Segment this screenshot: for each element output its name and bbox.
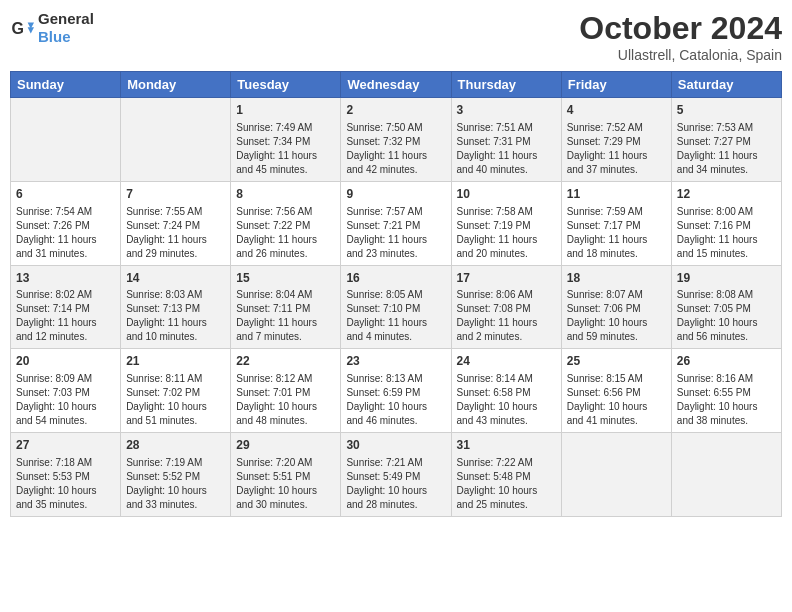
- day-number: 22: [236, 353, 335, 370]
- calendar-week-row: 1Sunrise: 7:49 AM Sunset: 7:34 PM Daylig…: [11, 98, 782, 182]
- day-of-week-header: Tuesday: [231, 72, 341, 98]
- month-title: October 2024: [579, 10, 782, 47]
- day-content: Sunrise: 7:56 AM Sunset: 7:22 PM Dayligh…: [236, 205, 335, 261]
- calendar-table: SundayMondayTuesdayWednesdayThursdayFrid…: [10, 71, 782, 517]
- day-number: 10: [457, 186, 556, 203]
- day-content: Sunrise: 8:13 AM Sunset: 6:59 PM Dayligh…: [346, 372, 445, 428]
- day-content: Sunrise: 7:54 AM Sunset: 7:26 PM Dayligh…: [16, 205, 115, 261]
- calendar-cell: [11, 98, 121, 182]
- day-of-week-header: Monday: [121, 72, 231, 98]
- calendar-cell: 13Sunrise: 8:02 AM Sunset: 7:14 PM Dayli…: [11, 265, 121, 349]
- calendar-cell: 29Sunrise: 7:20 AM Sunset: 5:51 PM Dayli…: [231, 433, 341, 517]
- day-content: Sunrise: 8:15 AM Sunset: 6:56 PM Dayligh…: [567, 372, 666, 428]
- calendar-cell: 17Sunrise: 8:06 AM Sunset: 7:08 PM Dayli…: [451, 265, 561, 349]
- day-number: 3: [457, 102, 556, 119]
- day-of-week-header: Sunday: [11, 72, 121, 98]
- day-content: Sunrise: 8:09 AM Sunset: 7:03 PM Dayligh…: [16, 372, 115, 428]
- calendar-week-row: 27Sunrise: 7:18 AM Sunset: 5:53 PM Dayli…: [11, 433, 782, 517]
- calendar-cell: 7Sunrise: 7:55 AM Sunset: 7:24 PM Daylig…: [121, 181, 231, 265]
- day-number: 30: [346, 437, 445, 454]
- day-content: Sunrise: 7:59 AM Sunset: 7:17 PM Dayligh…: [567, 205, 666, 261]
- page-header: G General Blue October 2024 Ullastrell, …: [10, 10, 782, 63]
- calendar-cell: 25Sunrise: 8:15 AM Sunset: 6:56 PM Dayli…: [561, 349, 671, 433]
- calendar-week-row: 20Sunrise: 8:09 AM Sunset: 7:03 PM Dayli…: [11, 349, 782, 433]
- day-content: Sunrise: 7:22 AM Sunset: 5:48 PM Dayligh…: [457, 456, 556, 512]
- calendar-cell: 20Sunrise: 8:09 AM Sunset: 7:03 PM Dayli…: [11, 349, 121, 433]
- day-of-week-header: Saturday: [671, 72, 781, 98]
- day-number: 18: [567, 270, 666, 287]
- day-content: Sunrise: 8:06 AM Sunset: 7:08 PM Dayligh…: [457, 288, 556, 344]
- day-number: 8: [236, 186, 335, 203]
- day-content: Sunrise: 7:18 AM Sunset: 5:53 PM Dayligh…: [16, 456, 115, 512]
- calendar-cell: 31Sunrise: 7:22 AM Sunset: 5:48 PM Dayli…: [451, 433, 561, 517]
- day-number: 14: [126, 270, 225, 287]
- logo: G General Blue: [10, 10, 94, 46]
- day-content: Sunrise: 7:51 AM Sunset: 7:31 PM Dayligh…: [457, 121, 556, 177]
- logo-icon: G: [10, 16, 34, 40]
- day-number: 12: [677, 186, 776, 203]
- day-content: Sunrise: 8:16 AM Sunset: 6:55 PM Dayligh…: [677, 372, 776, 428]
- day-number: 1: [236, 102, 335, 119]
- calendar-cell: 28Sunrise: 7:19 AM Sunset: 5:52 PM Dayli…: [121, 433, 231, 517]
- day-number: 13: [16, 270, 115, 287]
- day-content: Sunrise: 7:20 AM Sunset: 5:51 PM Dayligh…: [236, 456, 335, 512]
- day-number: 6: [16, 186, 115, 203]
- day-content: Sunrise: 8:04 AM Sunset: 7:11 PM Dayligh…: [236, 288, 335, 344]
- logo-text: General Blue: [38, 10, 94, 46]
- calendar-cell: 14Sunrise: 8:03 AM Sunset: 7:13 PM Dayli…: [121, 265, 231, 349]
- calendar-cell: 23Sunrise: 8:13 AM Sunset: 6:59 PM Dayli…: [341, 349, 451, 433]
- calendar-cell: [121, 98, 231, 182]
- calendar-cell: 12Sunrise: 8:00 AM Sunset: 7:16 PM Dayli…: [671, 181, 781, 265]
- location: Ullastrell, Catalonia, Spain: [579, 47, 782, 63]
- day-number: 28: [126, 437, 225, 454]
- day-content: Sunrise: 7:19 AM Sunset: 5:52 PM Dayligh…: [126, 456, 225, 512]
- day-content: Sunrise: 7:49 AM Sunset: 7:34 PM Dayligh…: [236, 121, 335, 177]
- calendar-cell: 30Sunrise: 7:21 AM Sunset: 5:49 PM Dayli…: [341, 433, 451, 517]
- day-number: 17: [457, 270, 556, 287]
- day-content: Sunrise: 8:05 AM Sunset: 7:10 PM Dayligh…: [346, 288, 445, 344]
- day-content: Sunrise: 7:21 AM Sunset: 5:49 PM Dayligh…: [346, 456, 445, 512]
- calendar-cell: 11Sunrise: 7:59 AM Sunset: 7:17 PM Dayli…: [561, 181, 671, 265]
- day-content: Sunrise: 7:52 AM Sunset: 7:29 PM Dayligh…: [567, 121, 666, 177]
- day-number: 29: [236, 437, 335, 454]
- day-content: Sunrise: 8:14 AM Sunset: 6:58 PM Dayligh…: [457, 372, 556, 428]
- day-content: Sunrise: 7:57 AM Sunset: 7:21 PM Dayligh…: [346, 205, 445, 261]
- day-of-week-header: Thursday: [451, 72, 561, 98]
- calendar-cell: 19Sunrise: 8:08 AM Sunset: 7:05 PM Dayli…: [671, 265, 781, 349]
- day-content: Sunrise: 8:11 AM Sunset: 7:02 PM Dayligh…: [126, 372, 225, 428]
- calendar-cell: 2Sunrise: 7:50 AM Sunset: 7:32 PM Daylig…: [341, 98, 451, 182]
- calendar-header-row: SundayMondayTuesdayWednesdayThursdayFrid…: [11, 72, 782, 98]
- calendar-cell: [671, 433, 781, 517]
- day-number: 24: [457, 353, 556, 370]
- day-number: 15: [236, 270, 335, 287]
- day-number: 7: [126, 186, 225, 203]
- svg-marker-2: [28, 27, 34, 33]
- calendar-cell: 27Sunrise: 7:18 AM Sunset: 5:53 PM Dayli…: [11, 433, 121, 517]
- day-content: Sunrise: 8:02 AM Sunset: 7:14 PM Dayligh…: [16, 288, 115, 344]
- day-number: 19: [677, 270, 776, 287]
- logo-line1: General: [38, 10, 94, 28]
- day-number: 26: [677, 353, 776, 370]
- day-number: 2: [346, 102, 445, 119]
- calendar-cell: [561, 433, 671, 517]
- day-number: 9: [346, 186, 445, 203]
- calendar-cell: 21Sunrise: 8:11 AM Sunset: 7:02 PM Dayli…: [121, 349, 231, 433]
- day-number: 31: [457, 437, 556, 454]
- calendar-cell: 16Sunrise: 8:05 AM Sunset: 7:10 PM Dayli…: [341, 265, 451, 349]
- calendar-cell: 1Sunrise: 7:49 AM Sunset: 7:34 PM Daylig…: [231, 98, 341, 182]
- day-content: Sunrise: 7:50 AM Sunset: 7:32 PM Dayligh…: [346, 121, 445, 177]
- calendar-cell: 3Sunrise: 7:51 AM Sunset: 7:31 PM Daylig…: [451, 98, 561, 182]
- calendar-cell: 6Sunrise: 7:54 AM Sunset: 7:26 PM Daylig…: [11, 181, 121, 265]
- calendar-cell: 5Sunrise: 7:53 AM Sunset: 7:27 PM Daylig…: [671, 98, 781, 182]
- calendar-cell: 9Sunrise: 7:57 AM Sunset: 7:21 PM Daylig…: [341, 181, 451, 265]
- svg-text:G: G: [12, 20, 24, 37]
- day-number: 5: [677, 102, 776, 119]
- day-content: Sunrise: 7:58 AM Sunset: 7:19 PM Dayligh…: [457, 205, 556, 261]
- day-number: 27: [16, 437, 115, 454]
- day-number: 11: [567, 186, 666, 203]
- calendar-cell: 8Sunrise: 7:56 AM Sunset: 7:22 PM Daylig…: [231, 181, 341, 265]
- day-content: Sunrise: 7:55 AM Sunset: 7:24 PM Dayligh…: [126, 205, 225, 261]
- calendar-cell: 10Sunrise: 7:58 AM Sunset: 7:19 PM Dayli…: [451, 181, 561, 265]
- day-of-week-header: Wednesday: [341, 72, 451, 98]
- day-content: Sunrise: 8:00 AM Sunset: 7:16 PM Dayligh…: [677, 205, 776, 261]
